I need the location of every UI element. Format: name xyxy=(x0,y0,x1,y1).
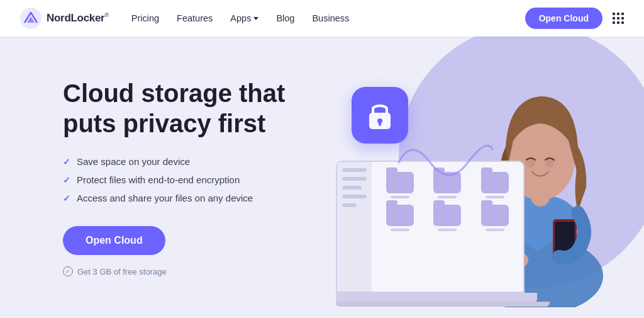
grid-dot xyxy=(617,21,619,24)
folder-icon xyxy=(481,205,509,226)
grid-dot xyxy=(617,17,619,20)
grid-dot xyxy=(617,13,619,15)
nav-features[interactable]: Features xyxy=(177,13,213,23)
check-icon: ✓ xyxy=(63,157,70,167)
laptop-bottom xyxy=(336,302,550,307)
nav-right: Open Cloud xyxy=(525,8,624,29)
open-cloud-button[interactable]: Open Cloud xyxy=(525,8,602,29)
feature-text: Save space on your device xyxy=(77,156,190,167)
free-storage-info: ✓ Get 3 GB of free storage xyxy=(63,266,352,276)
grid-dot xyxy=(621,17,624,20)
grid-dot xyxy=(613,21,615,24)
logo-icon xyxy=(20,8,42,29)
feature-item: ✓ Protect files with end-to-end encrypti… xyxy=(63,174,352,185)
hero-content: Cloud storage that puts privacy first ✓ … xyxy=(63,78,352,276)
svg-rect-10 xyxy=(379,121,381,126)
folder-item xyxy=(474,205,516,231)
nav-pricing[interactable]: Pricing xyxy=(131,13,159,23)
hero-visual xyxy=(317,37,644,318)
lock-icon xyxy=(365,99,394,132)
navbar: NordLocker® Pricing Features Apps Blog B… xyxy=(0,0,644,37)
check-icon: ✓ xyxy=(63,193,70,203)
hero-features: ✓ Save space on your device ✓ Protect fi… xyxy=(63,156,352,203)
nav-business[interactable]: Business xyxy=(312,13,349,23)
nav-blog[interactable]: Blog xyxy=(276,13,294,23)
hero-cta-button[interactable]: Open Cloud xyxy=(63,226,165,255)
hero-title: Cloud storage that puts privacy first xyxy=(63,78,302,139)
feature-text: Protect files with end-to-end encryption xyxy=(77,174,240,185)
grid-dot xyxy=(621,13,624,15)
free-storage-text: Get 3 GB of free storage xyxy=(77,267,167,276)
feature-item: ✓ Save space on your device xyxy=(63,156,352,167)
nav-links: Pricing Features Apps Blog Business xyxy=(131,13,525,23)
shield-check-icon: ✓ xyxy=(63,266,73,276)
hero-section: Cloud storage that puts privacy first ✓ … xyxy=(0,37,644,318)
folder-icon xyxy=(433,205,461,226)
folder-label xyxy=(486,229,504,231)
grid-dot xyxy=(621,21,624,24)
folder-label xyxy=(438,229,457,231)
grid-dot xyxy=(613,13,615,15)
chevron-down-icon xyxy=(253,17,258,20)
feature-text: Access and share your files on any devic… xyxy=(77,193,253,203)
logo-link[interactable]: NordLocker® xyxy=(20,8,109,29)
grid-dot xyxy=(613,17,615,20)
decorative-squiggle xyxy=(392,125,493,200)
folder-item xyxy=(379,205,421,231)
apps-grid-icon[interactable] xyxy=(613,13,624,24)
folder-item xyxy=(427,205,469,231)
folder-icon xyxy=(386,205,414,226)
laptop-base xyxy=(336,293,537,302)
feature-item: ✓ Access and share your files on any dev… xyxy=(63,193,352,203)
nav-apps[interactable]: Apps xyxy=(230,13,258,23)
check-icon: ✓ xyxy=(63,175,70,185)
logo-text: NordLocker® xyxy=(47,12,109,25)
folder-label xyxy=(391,229,409,231)
